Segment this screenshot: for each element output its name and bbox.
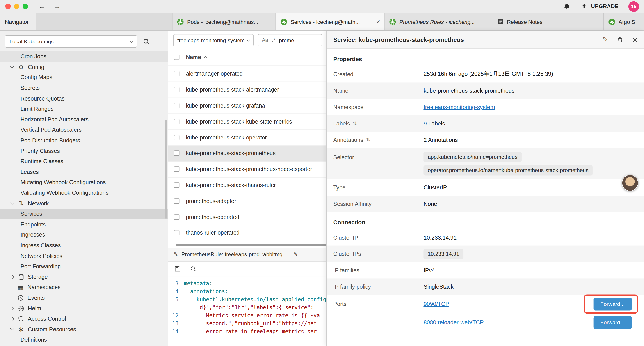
table-row[interactable]: prometheus-operated [168, 209, 326, 225]
sidebar-item-pod-disruption-budgets[interactable]: Pod Disruption Budgets [0, 135, 168, 146]
back-icon[interactable]: ← [38, 2, 46, 10]
regex-toggle[interactable]: .* [272, 37, 275, 43]
row-checkbox[interactable] [174, 103, 179, 108]
table-row[interactable]: alertmanager-operated [168, 66, 326, 82]
expand-collapse-icon[interactable]: ⇅ [366, 137, 370, 143]
row-checkbox[interactable] [174, 151, 179, 156]
name-column-header[interactable]: Name [186, 54, 207, 60]
minimize-window-button[interactable] [14, 4, 19, 9]
row-checkbox[interactable] [174, 198, 179, 204]
sidebar-item-services[interactable]: Services [0, 209, 168, 219]
chevron-down-icon [10, 64, 14, 68]
sidebar-item-limit-ranges[interactable]: Limit Ranges [0, 104, 168, 114]
notifications-bell-icon[interactable] [563, 3, 570, 10]
row-checkbox[interactable] [174, 167, 179, 172]
sidebar-item-helm[interactable]: Helm [0, 303, 168, 314]
edit-icon[interactable]: ✎ [602, 36, 608, 43]
close-window-button[interactable] [5, 4, 10, 9]
expand-collapse-icon[interactable]: ⇅ [353, 121, 357, 126]
section-heading-connection: Connection [327, 212, 644, 229]
forward-button[interactable]: Forward... [593, 298, 632, 310]
sidebar-item-events[interactable]: Events [0, 293, 168, 303]
sidebar-item-config-maps[interactable]: Config Maps [0, 72, 168, 83]
detail-row-session-affinity: Session Affinity None [327, 196, 644, 212]
table-row[interactable]: kube-prometheus-stack-alertmanager [168, 82, 326, 98]
sidebar-item-priority-classes[interactable]: Priority Classes [0, 146, 168, 156]
sidebar-scrollbar[interactable] [165, 120, 167, 219]
select-all-checkbox[interactable] [174, 54, 179, 60]
assistant-avatar[interactable] [622, 175, 638, 191]
sidebar-item-cron-jobs[interactable]: Cron Jobs [0, 51, 168, 62]
sidebar-item-resource-quotas[interactable]: Resource Quotas [0, 93, 168, 104]
yaml-editor[interactable]: 3metadata: 4 annotations: 5 kubectl.kube… [168, 276, 326, 346]
row-checkbox[interactable] [174, 214, 179, 219]
editor-search-icon[interactable] [190, 266, 196, 272]
selector-badge: operator.prometheus.io/name=kube-prometh… [424, 165, 592, 176]
port-link[interactable]: 9090/TCP [424, 301, 449, 307]
maximize-window-button[interactable] [22, 4, 28, 9]
row-checkbox[interactable] [174, 135, 179, 140]
row-checkbox[interactable] [174, 87, 179, 92]
sidebar-search-icon[interactable] [143, 38, 150, 45]
line-number: 4 [168, 288, 184, 296]
sidebar-item-vertical-pod-autoscalers[interactable]: Vertical Pod Autoscalers [0, 125, 168, 135]
table-row[interactable]: thanos-ruler-operated [168, 225, 326, 241]
sidebar-item-ingresses[interactable]: Ingresses [0, 230, 168, 240]
chevron-down-icon [246, 38, 250, 41]
match-case-toggle[interactable]: Aa [262, 37, 268, 43]
sidebar-item-horizontal-pod-autoscalers[interactable]: Horizontal Pod Autoscalers [0, 114, 168, 125]
tab-services[interactable]: Services - icecheng@math... × [276, 13, 384, 30]
trash-icon[interactable] [617, 36, 624, 43]
notification-count-badge[interactable]: 15 [628, 1, 639, 12]
forward-button[interactable]: Forward... [593, 316, 632, 329]
tab-pods[interactable]: Pods - icecheng@mathmas... [172, 13, 276, 30]
sidebar-item-endpoints[interactable]: Endpoints [0, 219, 168, 230]
close-tab-icon[interactable]: × [376, 18, 380, 25]
sidebar-item-mutating-webhook-configurations[interactable]: Mutating Webhook Configurations [0, 177, 168, 188]
sidebar-item-access-control[interactable]: Access Control [0, 314, 168, 324]
sidebar-item-storage[interactable]: Storage [0, 272, 168, 282]
close-drawer-icon[interactable]: × [632, 35, 638, 43]
tab-prometheus-rules[interactable]: Prometheus Rules - icecheng... [385, 13, 493, 30]
namespace-link[interactable]: freeleaps-monitoring-system [424, 104, 495, 110]
sidebar-item-network-policies[interactable]: Network Policies [0, 251, 168, 261]
table-row[interactable]: prometheus-adapter [168, 193, 326, 209]
sidebar-item-custom-resources[interactable]: ∗ Custom Resources [0, 324, 168, 335]
kubeconfig-selector[interactable]: Local Kubeconfigs [5, 35, 137, 47]
editor-tab-prometheusrule[interactable]: ✎ PrometheusRule: freeleaps-prod-rabbitm… [168, 248, 288, 261]
table-row[interactable]: kube-prometheus-stack-grafana [168, 98, 326, 114]
save-icon[interactable] [174, 265, 181, 272]
row-checkbox[interactable] [174, 230, 179, 235]
sidebar-item-network[interactable]: ⇅ Network [0, 198, 168, 209]
sidebar-item-port-forwarding[interactable]: Port Forwarding [0, 261, 168, 272]
tab-argo[interactable]: Argo S [604, 13, 644, 30]
table-row-selected[interactable]: kube-prometheus-stack-prometheus [168, 146, 326, 162]
sidebar-item-definitions[interactable]: Definitions [0, 335, 168, 345]
forward-icon[interactable]: → [54, 2, 61, 10]
row-checkbox[interactable] [174, 119, 179, 124]
sidebar-item-runtime-classes[interactable]: Runtime Classes [0, 156, 168, 167]
sidebar-item-leases[interactable]: Leases [0, 167, 168, 177]
table-row[interactable]: kube-prometheus-stack-prometheus-node-ex… [168, 161, 326, 177]
port-link[interactable]: 8080:reloader-web/TCP [424, 320, 484, 326]
tab-release-notes[interactable]: Release Notes [493, 13, 604, 30]
table-row[interactable]: kube-prometheus-stack-kube-state-metrics [168, 114, 326, 130]
cluster-icon [280, 18, 287, 25]
sidebar-item-secrets[interactable]: Secrets [0, 83, 168, 93]
sidebar-item-config[interactable]: ⚙ Config [0, 62, 168, 72]
namespace-filter-dropdown[interactable]: freeleaps-monitoring-system [173, 34, 254, 46]
horizontal-scrollbar[interactable] [168, 242, 326, 248]
sidebar-item-validating-webhook-configurations[interactable]: Validating Webhook Configurations [0, 188, 168, 198]
upgrade-button[interactable]: UPGRADE [580, 3, 618, 10]
sidebar-item-namespaces[interactable]: ▦ Namespaces [0, 282, 168, 293]
editor-tab-partial[interactable]: ✎ [288, 248, 326, 261]
tab-bar-spacer [36, 13, 172, 30]
cluster-icon [389, 18, 396, 25]
table-row[interactable]: kube-prometheus-stack-operator [168, 130, 326, 146]
table-row[interactable]: kube-prometheus-stack-thanos-ruler [168, 177, 326, 193]
list-search-input[interactable]: Aa .* prome [258, 34, 322, 46]
row-checkbox[interactable] [174, 71, 179, 76]
sidebar-item-ingress-classes[interactable]: Ingress Classes [0, 240, 168, 251]
scrollbar-thumb[interactable] [176, 244, 326, 246]
row-checkbox[interactable] [174, 182, 179, 188]
